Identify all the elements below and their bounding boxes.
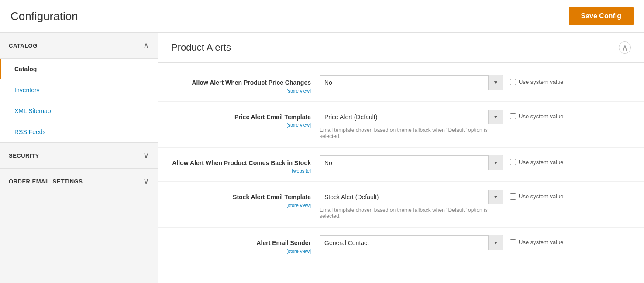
price-change-control-col: No Yes ▼ Use system value <box>320 75 631 90</box>
price-change-label-col: Allow Alert When Product Price Changes [… <box>171 75 320 93</box>
stock-template-use-system[interactable]: Use system value <box>510 193 564 200</box>
stock-template-select-wrap: Stock Alert (Default) ▼ <box>320 190 503 204</box>
price-template-system-label: Use system value <box>519 113 564 120</box>
stock-template-system-checkbox[interactable] <box>510 193 516 200</box>
price-template-select[interactable]: Price Alert (Default) <box>320 110 503 124</box>
email-sender-row: Alert Email Sender [store view] General … <box>158 228 644 262</box>
sidebar-catalog-items: Catalog Inventory XML Sitemap RSS Feeds <box>0 59 158 143</box>
price-template-use-system[interactable]: Use system value <box>510 113 564 120</box>
price-template-row: Price Alert Email Template [store view] … <box>158 102 644 148</box>
page-header: Configuration Save Config <box>0 0 644 33</box>
stock-alert-system-label: Use system value <box>519 159 564 166</box>
stock-alert-system-checkbox[interactable] <box>510 159 516 165</box>
catalog-chevron-icon: ∧ <box>143 41 149 50</box>
stock-alert-row: Allow Alert When Product Comes Back in S… <box>158 148 644 182</box>
sidebar-catalog-header[interactable]: CATALOG ∧ <box>0 33 158 59</box>
order-email-chevron-icon: ∨ <box>143 176 149 186</box>
email-sender-use-system[interactable]: Use system value <box>510 239 564 245</box>
panel-title: Product Alerts <box>171 42 231 53</box>
sidebar-item-catalog[interactable]: Catalog <box>0 59 158 79</box>
sidebar-order-email-title: ORDER EMAIL SETTINGS <box>9 178 83 185</box>
email-sender-system-checkbox[interactable] <box>510 239 516 245</box>
sidebar-order-email-header[interactable]: ORDER EMAIL SETTINGS ∨ <box>0 169 158 194</box>
sidebar-item-xml-sitemap[interactable]: XML Sitemap <box>0 100 158 121</box>
stock-template-control-col: Stock Alert (Default) ▼ Email template c… <box>320 190 631 219</box>
price-template-hint: Email template chosen based on theme fal… <box>320 127 503 139</box>
panel-body: Allow Alert When Product Price Changes [… <box>158 63 644 266</box>
sidebar-item-rss-feeds[interactable]: RSS Feeds <box>0 121 158 142</box>
price-change-select[interactable]: No Yes <box>320 75 503 90</box>
stock-alert-scope: [website] <box>171 168 311 173</box>
main-layout: CATALOG ∧ Catalog Inventory XML Sitemap … <box>0 33 644 283</box>
email-sender-control-col: General Contact ▼ Use system value <box>320 235 631 250</box>
email-sender-label-col: Alert Email Sender [store view] <box>171 235 320 254</box>
product-alerts-panel: Product Alerts ∧ Allow Alert When Produc… <box>158 33 644 266</box>
stock-template-scope: [store view] <box>171 203 311 208</box>
stock-template-system-label: Use system value <box>519 193 564 200</box>
price-template-scope: [store view] <box>171 122 311 128</box>
price-change-select-wrap: No Yes ▼ <box>320 75 503 90</box>
price-template-select-wrap: Price Alert (Default) ▼ <box>320 110 503 124</box>
sidebar-security-title: SECURITY <box>9 152 39 159</box>
stock-template-label-col: Stock Alert Email Template [store view] <box>171 190 320 208</box>
email-sender-select[interactable]: General Contact <box>320 235 503 250</box>
stock-template-select-wrap-outer: Stock Alert (Default) ▼ Email template c… <box>320 190 503 219</box>
sidebar-item-inventory[interactable]: Inventory <box>0 79 158 100</box>
email-sender-scope: [store view] <box>171 248 311 254</box>
price-template-select-wrap-outer: Price Alert (Default) ▼ Email template c… <box>320 110 503 139</box>
stock-alert-control-col: No Yes ▼ Use system value <box>320 155 631 170</box>
security-chevron-icon: ∨ <box>143 151 149 160</box>
stock-alert-select-wrap-outer: No Yes ▼ <box>320 155 503 170</box>
price-change-system-checkbox[interactable] <box>510 79 516 85</box>
main-content: Product Alerts ∧ Allow Alert When Produc… <box>158 33 644 283</box>
price-change-label: Allow Alert When Product Price Changes <box>192 79 311 86</box>
email-sender-select-wrap-outer: General Contact ▼ <box>320 235 503 250</box>
price-template-label: Price Alert Email Template <box>234 114 311 121</box>
stock-template-label: Stock Alert Email Template <box>233 193 311 200</box>
page-title: Configuration <box>10 10 78 23</box>
email-sender-select-wrap: General Contact ▼ <box>320 235 503 250</box>
panel-header: Product Alerts ∧ <box>158 33 644 63</box>
sidebar: CATALOG ∧ Catalog Inventory XML Sitemap … <box>0 33 158 283</box>
save-config-button[interactable]: Save Config <box>569 7 634 25</box>
stock-alert-use-system[interactable]: Use system value <box>510 159 564 166</box>
stock-alert-select-wrap: No Yes ▼ <box>320 155 503 170</box>
sidebar-catalog-title: CATALOG <box>9 42 38 49</box>
price-change-use-system[interactable]: Use system value <box>510 79 564 85</box>
stock-alert-select[interactable]: No Yes <box>320 155 503 170</box>
panel-collapse-icon[interactable]: ∧ <box>619 41 631 54</box>
stock-alert-label-col: Allow Alert When Product Comes Back in S… <box>171 155 320 174</box>
stock-template-select[interactable]: Stock Alert (Default) <box>320 190 503 204</box>
price-change-scope: [store view] <box>171 88 311 93</box>
sidebar-security-header[interactable]: SECURITY ∨ <box>0 143 158 169</box>
stock-template-hint: Email template chosen based on theme fal… <box>320 207 503 219</box>
price-change-select-wrap-outer: No Yes ▼ <box>320 75 503 90</box>
email-sender-label: Alert Email Sender <box>257 239 311 246</box>
price-template-system-checkbox[interactable] <box>510 113 516 119</box>
stock-template-row: Stock Alert Email Template [store view] … <box>158 182 644 228</box>
price-change-alert-row: Allow Alert When Product Price Changes [… <box>158 67 644 102</box>
price-template-label-col: Price Alert Email Template [store view] <box>171 110 320 128</box>
price-template-control-col: Price Alert (Default) ▼ Email template c… <box>320 110 631 139</box>
price-change-system-label: Use system value <box>519 79 564 85</box>
stock-alert-label: Allow Alert When Product Comes Back in S… <box>172 159 311 166</box>
email-sender-system-label: Use system value <box>519 239 564 245</box>
